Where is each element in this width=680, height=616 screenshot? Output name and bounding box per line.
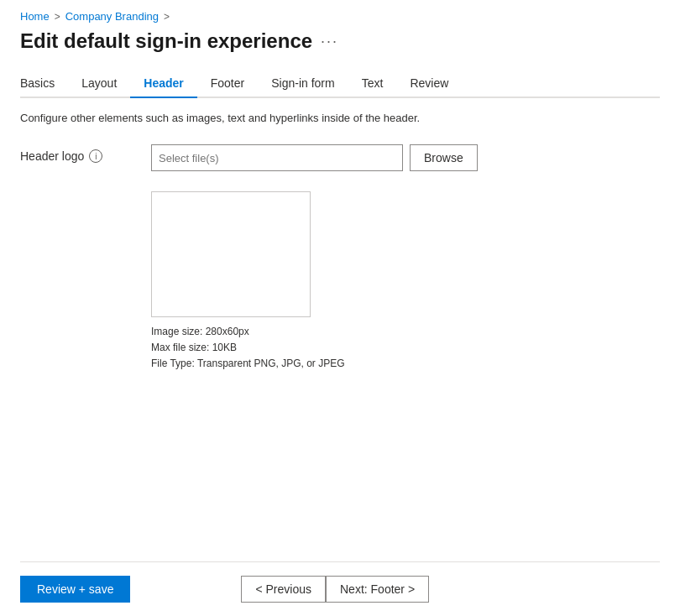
tab-review[interactable]: Review [396, 70, 462, 98]
next-button[interactable]: Next: Footer > [326, 576, 429, 603]
tab-signin-form[interactable]: Sign-in form [258, 70, 348, 98]
browse-button[interactable]: Browse [410, 144, 478, 171]
review-save-button[interactable]: Review + save [20, 576, 130, 603]
breadcrumb: Home > Company Branding > [20, 10, 660, 23]
tab-layout[interactable]: Layout [68, 70, 130, 98]
breadcrumb-company-branding[interactable]: Company Branding [65, 10, 159, 23]
tab-basics[interactable]: Basics [20, 70, 68, 98]
file-input-area: Browse [151, 144, 478, 171]
image-info: Image size: 280x60px Max file size: 10KB… [151, 324, 660, 373]
header-logo-row: Header logo i Browse [20, 144, 660, 171]
breadcrumb-home[interactable]: Home [20, 10, 50, 23]
header-logo-label-text: Header logo [20, 149, 84, 163]
footer-bar: Review + save < Previous Next: Footer > [20, 561, 660, 616]
tab-text[interactable]: Text [348, 70, 397, 98]
page-title: Edit default sign-in experience [20, 29, 312, 53]
header-logo-info-icon[interactable]: i [89, 149, 102, 163]
image-preview-container: Image size: 280x60px Max file size: 10KB… [151, 191, 660, 373]
header-logo-label: Header logo i [20, 144, 138, 163]
previous-button[interactable]: < Previous [241, 576, 326, 603]
page-container: Home > Company Branding > Edit default s… [0, 0, 680, 616]
image-info-max-file: Max file size: 10KB [151, 340, 660, 356]
image-info-type: File Type: Transparent PNG, JPG, or JPEG [151, 356, 660, 372]
breadcrumb-separator-1: > [55, 11, 60, 23]
page-options-ellipsis[interactable]: ··· [321, 33, 338, 50]
page-title-row: Edit default sign-in experience ··· [20, 29, 660, 53]
breadcrumb-separator-2: > [164, 11, 170, 23]
nav-buttons: < Previous Next: Footer > [241, 576, 429, 603]
tab-footer[interactable]: Footer [197, 70, 258, 98]
section-description: Configure other elements such as images,… [20, 112, 660, 124]
file-text-input[interactable] [151, 144, 403, 171]
image-preview-box [151, 191, 311, 317]
tab-bar: Basics Layout Header Footer Sign-in form… [20, 70, 660, 98]
image-info-size: Image size: 280x60px [151, 324, 660, 340]
tab-header[interactable]: Header [130, 70, 196, 98]
